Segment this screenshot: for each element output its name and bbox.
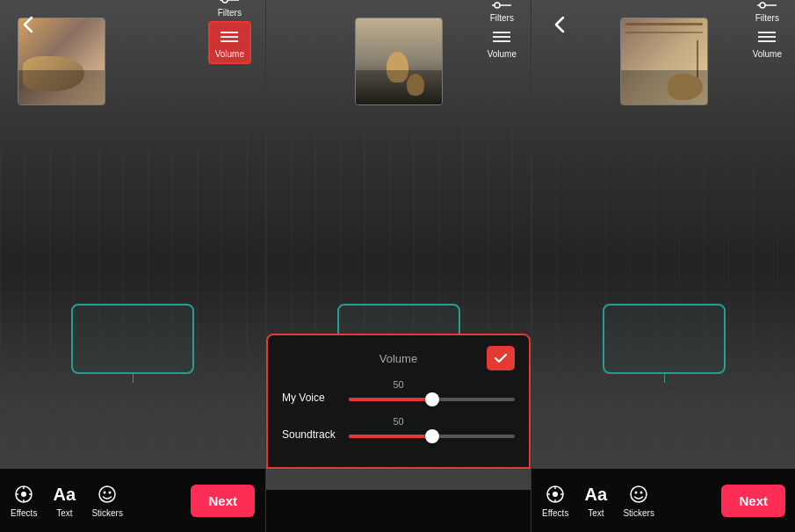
my-voice-fill [349, 398, 432, 401]
svg-point-36 [640, 492, 643, 494]
text-icon-1: Aa [53, 483, 76, 506]
trackpad-1 [71, 304, 194, 374]
volume-button-3[interactable]: Volume [753, 26, 782, 59]
toolbar-items-3: Effects Aa Text Stickers [542, 483, 721, 518]
volume-label-1: Volume [215, 49, 244, 59]
bottom-toolbar-1: Effects Aa Text Stickers [0, 469, 265, 532]
soundtrack-value-wrap: 50 [282, 416, 515, 427]
text-label-1: Text [56, 508, 72, 518]
filters-button-2[interactable]: Filters [490, 0, 514, 23]
svg-point-10 [21, 492, 26, 497]
panel-2: Filters Volume Volume [265, 0, 531, 532]
volume-icon-3 [756, 26, 777, 47]
text-label-3: Text [588, 508, 603, 518]
filters-button-3[interactable]: Filters [755, 0, 779, 23]
soundtrack-value: 50 [393, 416, 403, 427]
back-button-3[interactable] [546, 11, 574, 39]
confirm-wrap [437, 346, 515, 370]
soundtrack-track-wrap [349, 431, 515, 438]
my-voice-row: My Voice [282, 392, 515, 404]
svg-point-35 [635, 492, 638, 494]
svg-point-26 [760, 3, 765, 8]
filters-label-3: Filters [755, 13, 779, 23]
my-voice-track-wrap [349, 394, 515, 401]
my-voice-slider-row: 50 My Voice [282, 379, 515, 404]
my-voice-thumb[interactable] [425, 392, 439, 406]
text-button-1[interactable]: Aa Text [53, 483, 76, 518]
bottom-toolbar-3: Effects Aa Text Stickers [531, 469, 795, 532]
filters-label-1: Filters [218, 8, 242, 18]
toolbar-items-1: Effects Aa Text Stickers [11, 483, 191, 518]
svg-point-13 [109, 492, 112, 494]
svg-point-3 [222, 0, 228, 3]
volume-label-3: Volume [753, 49, 782, 59]
filters-label-2: Filters [490, 13, 514, 23]
svg-point-34 [631, 486, 647, 502]
filters-button-1[interactable]: Filters [218, 0, 242, 18]
trackpad-line-1 [133, 374, 134, 383]
top-right-tools-1: Filters Volume [208, 0, 251, 64]
soundtrack-row: Soundtrack [282, 428, 515, 441]
top-bar-3: Filters Volume [531, 0, 795, 49]
volume-panel: Volume 50 My Voice [266, 334, 531, 469]
panel-1: Filters Volume [0, 0, 265, 532]
top-right-tools-2: Filters Volume [488, 0, 517, 59]
stickers-button-1[interactable]: Stickers [91, 483, 123, 518]
my-voice-value-wrap: 50 [282, 379, 515, 390]
stickers-icon-1 [96, 483, 119, 506]
svg-point-11 [99, 486, 115, 502]
soundtrack-thumb[interactable] [425, 429, 439, 443]
effects-icon-1 [12, 483, 35, 506]
top-bar-2: Filters Volume [266, 0, 531, 49]
my-voice-label: My Voice [282, 392, 342, 404]
text-icon-3: Aa [584, 483, 607, 506]
my-voice-value: 50 [393, 379, 403, 390]
trackpad-line-3 [664, 374, 665, 383]
stickers-label-3: Stickers [623, 508, 654, 518]
stickers-icon-3 [627, 483, 650, 506]
stickers-button-3[interactable]: Stickers [623, 483, 654, 518]
effects-icon-3 [544, 483, 567, 506]
next-button-1[interactable]: Next [191, 485, 255, 517]
volume-button-1[interactable]: Volume [208, 21, 251, 64]
bottom-toolbar-2 [266, 490, 531, 532]
next-button-3[interactable]: Next [721, 485, 785, 517]
volume-confirm-button[interactable] [487, 346, 515, 370]
back-button-1[interactable] [14, 11, 42, 39]
volume-label-2: Volume [488, 49, 517, 59]
soundtrack-slider-row: 50 Soundtrack [282, 416, 515, 441]
trackpad-3 [603, 304, 726, 374]
volume-button-2[interactable]: Volume [488, 26, 517, 59]
panel-3: Filters Volume [531, 0, 795, 532]
effects-button-1[interactable]: Effects [11, 483, 37, 518]
soundtrack-label: Soundtrack [282, 428, 342, 441]
effects-label-1: Effects [11, 508, 37, 518]
top-bar-1: Filters Volume [0, 0, 265, 49]
volume-icon-1 [219, 26, 240, 47]
text-button-3[interactable]: Aa Text [584, 483, 607, 518]
filters-icon-1 [219, 0, 240, 6]
stickers-label-1: Stickers [91, 508, 123, 518]
effects-label-3: Effects [542, 508, 568, 518]
effects-button-3[interactable]: Effects [542, 483, 568, 518]
volume-header: Volume [282, 346, 515, 370]
svg-point-12 [104, 492, 106, 494]
volume-icon-2 [491, 26, 512, 47]
top-right-tools-3: Filters Volume [753, 0, 782, 59]
soundtrack-fill [349, 435, 432, 438]
filters-icon-2 [491, 0, 512, 11]
svg-point-33 [553, 492, 558, 497]
soundtrack-track[interactable] [349, 435, 515, 438]
svg-point-17 [495, 3, 500, 8]
filters-icon-3 [756, 0, 777, 11]
volume-title: Volume [359, 352, 437, 365]
my-voice-track[interactable] [349, 398, 515, 401]
